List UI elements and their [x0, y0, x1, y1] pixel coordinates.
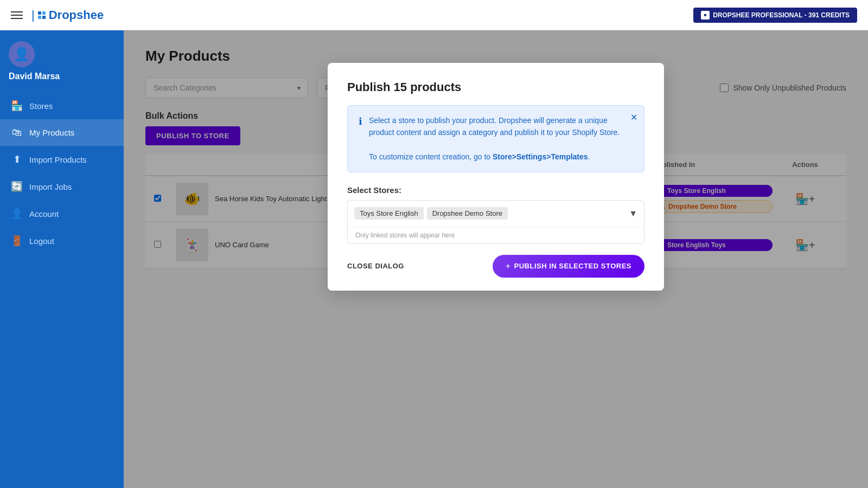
- plus-icon: +: [506, 261, 511, 271]
- main-content: My Products Search Categories ⊞ Show Onl…: [124, 30, 868, 488]
- logo-pipe: |: [31, 8, 35, 22]
- sidebar: 👤 David Marsa 🏪 Stores 🛍 My Products ⬆ I…: [0, 30, 124, 488]
- logout-icon: 🚪: [11, 235, 23, 247]
- credits-label: DROPSHEE PROFESSIONAL - 391 CREDITS: [713, 11, 850, 19]
- topbar-left: | Dropshee: [11, 8, 104, 22]
- select-stores-label: Select Stores:: [347, 185, 644, 195]
- sidebar-item-label: Logout: [29, 236, 54, 246]
- sidebar-item-account[interactable]: 👤 Account: [0, 200, 124, 227]
- publish-selected-label: PUBLISH IN SELECTED STORES: [514, 262, 631, 270]
- logo-icon: [38, 11, 46, 19]
- publish-dialog: Publish 15 products ℹ Select a store to …: [328, 63, 664, 291]
- import-products-icon: ⬆: [11, 153, 23, 165]
- info-close-button[interactable]: ✕: [630, 112, 637, 123]
- dialog-footer: CLOSE DIALOG + PUBLISH IN SELECTED STORE…: [328, 244, 664, 291]
- credits-icon: [701, 11, 710, 20]
- logo-text: Dropshee: [49, 8, 104, 22]
- hamburger-menu[interactable]: [11, 11, 23, 19]
- store-tag: Toys Store English: [354, 207, 424, 220]
- dialog-title: Publish 15 products: [347, 80, 644, 94]
- store-select-box: Toys Store English Dropshee Demo Store ▼…: [347, 200, 644, 244]
- sidebar-item-label: Stores: [29, 101, 53, 111]
- sidebar-item-label: My Products: [29, 128, 74, 137]
- publish-in-selected-stores-button[interactable]: + PUBLISH IN SELECTED STORES: [493, 255, 644, 278]
- avatar-icon: 👤: [14, 47, 30, 62]
- my-products-icon: 🛍: [11, 127, 23, 138]
- settings-templates-link[interactable]: Store>Settings>Templates: [493, 152, 588, 161]
- store-select-inner[interactable]: Toys Store English Dropshee Demo Store ▼: [348, 201, 644, 227]
- dialog-overlay: Publish 15 products ℹ Select a store to …: [124, 30, 868, 488]
- info-text-1: Select a store to publish your product. …: [369, 116, 620, 137]
- only-linked-text: Only linked stores will appear here: [348, 227, 644, 243]
- import-jobs-icon: 🔄: [11, 181, 23, 192]
- dropdown-arrow-icon[interactable]: ▼: [629, 209, 637, 219]
- logo: | Dropshee: [31, 8, 104, 22]
- stores-icon: 🏪: [11, 100, 23, 112]
- user-section: 👤 David Marsa: [0, 30, 124, 92]
- sidebar-item-logout[interactable]: 🚪 Logout: [0, 227, 124, 254]
- credits-badge: DROPSHEE PROFESSIONAL - 391 CREDITS: [693, 8, 857, 23]
- sidebar-item-import-jobs[interactable]: 🔄 Import Jobs: [0, 173, 124, 200]
- info-circle-icon: ℹ: [359, 115, 362, 163]
- store-tag: Dropshee Demo Store: [427, 207, 508, 220]
- sidebar-item-label: Account: [29, 209, 59, 219]
- sidebar-item-label: Import Products: [29, 155, 87, 164]
- close-dialog-button[interactable]: CLOSE DIALOG: [347, 256, 404, 275]
- topbar: | Dropshee DROPSHEE PROFESSIONAL - 391 C…: [0, 0, 868, 30]
- sidebar-nav: 🏪 Stores 🛍 My Products ⬆ Import Products…: [0, 92, 124, 254]
- info-text-2: To customize content creation, go to: [369, 152, 490, 161]
- sidebar-item-stores[interactable]: 🏪 Stores: [0, 92, 124, 119]
- info-text: Select a store to publish your product. …: [369, 114, 633, 163]
- layout: 👤 David Marsa 🏪 Stores 🛍 My Products ⬆ I…: [0, 30, 868, 488]
- sidebar-item-import-products[interactable]: ⬆ Import Products: [0, 146, 124, 173]
- sidebar-item-label: Import Jobs: [29, 182, 72, 191]
- account-icon: 👤: [11, 208, 23, 220]
- topbar-right: DROPSHEE PROFESSIONAL - 391 CREDITS: [693, 8, 857, 23]
- sidebar-item-my-products[interactable]: 🛍 My Products: [0, 119, 124, 146]
- username: David Marsa: [9, 72, 60, 81]
- dialog-body: Publish 15 products ℹ Select a store to …: [328, 63, 664, 244]
- info-box: ℹ Select a store to publish your product…: [347, 105, 644, 172]
- avatar: 👤: [9, 41, 35, 67]
